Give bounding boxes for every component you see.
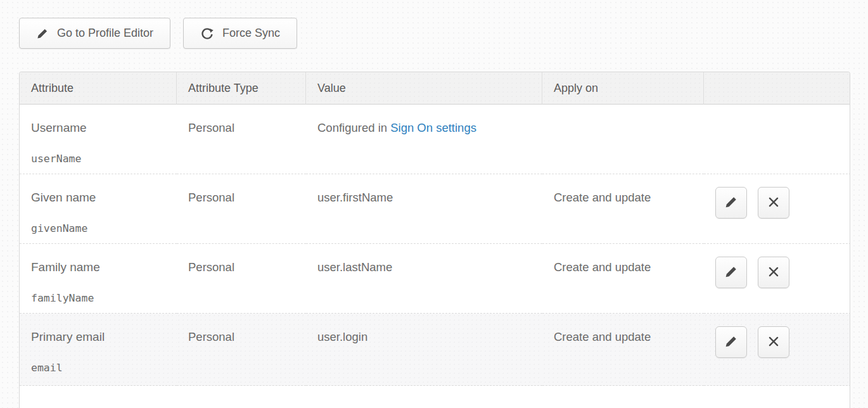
go-to-profile-editor-label: Go to Profile Editor xyxy=(57,27,153,40)
table-row-username: Username userName Personal Configured in… xyxy=(20,105,850,174)
attribute-mappings-page: Go to Profile Editor Force Sync Attribut… xyxy=(0,0,868,408)
actions-cell xyxy=(704,105,850,174)
delete-attribute-button[interactable] xyxy=(758,326,789,358)
attribute-display-name: Given name xyxy=(31,191,170,205)
table-row-primary-email: Primary email email Personal user.login … xyxy=(20,314,850,386)
value-cell: user.lastName xyxy=(306,244,542,314)
attribute-type-cell: Personal xyxy=(177,105,306,174)
apply-on-cell: Create and update xyxy=(542,174,704,244)
edit-attribute-button[interactable] xyxy=(715,326,747,358)
x-icon xyxy=(767,195,781,211)
attribute-cell: Primary email email xyxy=(20,314,177,386)
delete-attribute-button[interactable] xyxy=(758,257,789,288)
attribute-variable-name: email xyxy=(31,362,170,374)
attribute-type-cell: Personal xyxy=(177,174,306,244)
force-sync-button[interactable]: Force Sync xyxy=(183,18,297,49)
attribute-cell: Family name familyName xyxy=(20,244,177,314)
apply-on-cell xyxy=(542,105,704,174)
table-row-partial xyxy=(20,386,850,408)
column-header-value: Value xyxy=(306,72,542,105)
actions-cell xyxy=(704,244,850,314)
value-cell: user.firstName xyxy=(306,174,542,244)
column-header-apply-on: Apply on xyxy=(542,72,704,105)
force-sync-label: Force Sync xyxy=(222,27,280,40)
pencil-icon xyxy=(724,335,738,350)
attribute-display-name: Family name xyxy=(31,260,170,274)
delete-attribute-button[interactable] xyxy=(758,187,789,219)
sign-on-settings-link[interactable]: Sign On settings xyxy=(390,121,476,134)
table-header-row: Attribute Attribute Type Value Apply on xyxy=(20,72,850,105)
x-icon xyxy=(767,335,781,350)
attribute-type-cell: Personal xyxy=(177,244,306,314)
attribute-variable-name: familyName xyxy=(31,292,170,304)
column-header-attribute: Attribute xyxy=(20,72,177,105)
attribute-mappings-table: Attribute Attribute Type Value Apply on … xyxy=(19,72,850,408)
actions-cell xyxy=(704,174,850,244)
value-text: Configured in xyxy=(317,121,390,134)
attribute-display-name: Primary email xyxy=(31,330,170,344)
edit-attribute-button[interactable] xyxy=(715,257,747,288)
value-cell: Configured in Sign On settings xyxy=(306,105,542,174)
attribute-variable-name: givenName xyxy=(31,222,170,234)
empty-cell xyxy=(20,386,850,408)
x-icon xyxy=(767,265,781,281)
attribute-variable-name: userName xyxy=(31,153,170,165)
attribute-type-cell: Personal xyxy=(177,314,306,386)
column-header-attribute-type: Attribute Type xyxy=(177,72,306,105)
pencil-icon xyxy=(724,265,738,281)
actions-cell xyxy=(704,314,850,386)
attribute-cell: Username userName xyxy=(20,105,177,174)
attribute-cell: Given name givenName xyxy=(20,174,177,244)
value-cell: user.login xyxy=(306,314,542,386)
apply-on-cell: Create and update xyxy=(542,244,704,314)
pencil-icon xyxy=(36,27,49,40)
table-row-given-name: Given name givenName Personal user.first… xyxy=(20,174,850,244)
toolbar: Go to Profile Editor Force Sync xyxy=(0,0,868,49)
table-row-family-name: Family name familyName Personal user.las… xyxy=(20,244,850,314)
attribute-display-name: Username xyxy=(31,121,170,135)
pencil-icon xyxy=(724,195,738,211)
go-to-profile-editor-button[interactable]: Go to Profile Editor xyxy=(19,18,170,49)
column-header-actions xyxy=(704,72,850,105)
refresh-icon xyxy=(200,27,214,41)
edit-attribute-button[interactable] xyxy=(715,187,747,219)
apply-on-cell: Create and update xyxy=(542,314,704,386)
